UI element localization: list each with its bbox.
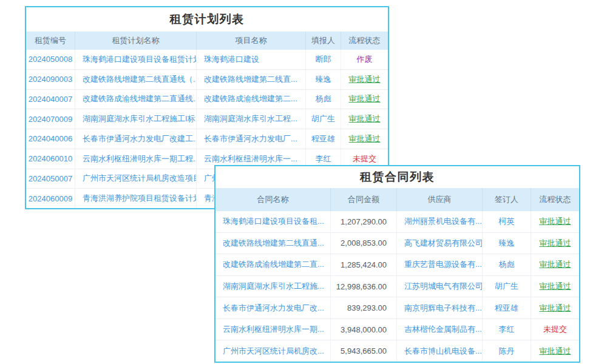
- lease-contract-list-panel: 租赁合同列表 合同名称合同金额供应商签订人流程状态 珠海鹤港口建设项目设备租..…: [214, 165, 580, 363]
- cell-status[interactable]: 审批通过: [341, 70, 388, 89]
- cell-status[interactable]: 审批通过: [531, 254, 579, 275]
- cell-project-name[interactable]: 湖南洞庭湖水库引水工程...: [197, 109, 306, 129]
- lease-contract-panel-title: 租赁合同列表: [215, 166, 579, 188]
- column-header-lease-id: 租赁编号: [26, 32, 75, 50]
- cell-project-name[interactable]: 长春市伊通河水力发电厂...: [197, 129, 306, 149]
- cell-plan-name[interactable]: 广州市天河区统计局机房改造项目: [75, 169, 197, 189]
- cell-lease-id[interactable]: 2024060009: [26, 189, 75, 208]
- table-row[interactable]: 2024040007改建铁路成渝线增建第二直通线...改建铁路成渝线增建第二..…: [26, 90, 388, 110]
- cell-lease-id[interactable]: 2024040006: [26, 129, 75, 149]
- column-header-status: 流程状态: [341, 32, 388, 50]
- lease-plan-table-header: 租赁编号租赁计划名称项目名称填报人流程状态: [26, 32, 388, 50]
- column-header-status: 流程状态: [531, 188, 579, 211]
- cell-amount: 1,207,290.00: [331, 211, 397, 232]
- cell-plan-name[interactable]: 长春市伊通河水力发电厂改建工...: [75, 129, 197, 149]
- column-header-contract-name: 合同名称: [215, 188, 331, 211]
- table-row[interactable]: 云南水利枢纽潜明水库一期...3,948,000.00吉林楷伦金属制品有...李…: [215, 319, 579, 341]
- cell-reporter[interactable]: 断郎: [306, 50, 341, 69]
- column-header-signer: 签订人: [483, 188, 531, 211]
- cell-reporter[interactable]: 杨彪: [306, 90, 341, 109]
- cell-project-name[interactable]: 珠海鹤港口建设: [197, 50, 306, 69]
- cell-status[interactable]: 审批通过: [531, 211, 579, 232]
- cell-reporter[interactable]: 胡广生: [306, 109, 341, 129]
- cell-contract-name[interactable]: 改建铁路成渝线增建第二直...: [215, 254, 331, 275]
- cell-plan-name[interactable]: 珠海鹤港口建设项目设备租赁计划: [75, 50, 197, 69]
- cell-lease-id[interactable]: 2024090003: [26, 70, 75, 89]
- table-row[interactable]: 珠海鹤港口建设项目设备租...1,207,290.00湖州丽景机电设备有...柯…: [215, 211, 579, 233]
- lease-contract-table-body: 珠海鹤港口建设项目设备租...1,207,290.00湖州丽景机电设备有...柯…: [215, 211, 579, 362]
- cell-reporter[interactable]: 程亚雄: [306, 129, 341, 149]
- cell-amount: 12,998,636.00: [331, 276, 397, 297]
- cell-status[interactable]: 审批通过: [531, 233, 579, 254]
- cell-signer[interactable]: 胡广生: [483, 276, 531, 297]
- cell-amount: 5,943,665.00: [331, 340, 397, 362]
- cell-signer[interactable]: 李红: [483, 319, 531, 340]
- cell-signer[interactable]: 陈丹: [483, 340, 531, 362]
- cell-contract-name[interactable]: 长春市伊通河水力发电厂改...: [215, 297, 331, 318]
- column-header-amount: 合同金额: [331, 188, 397, 211]
- table-row[interactable]: 2024040006长春市伊通河水力发电厂改建工...长春市伊通河水力发电厂..…: [26, 129, 388, 149]
- cell-signer[interactable]: 臻逸: [483, 233, 531, 254]
- cell-plan-name[interactable]: 湖南洞庭湖水库引水工程施工I标...: [75, 109, 197, 129]
- cell-lease-id[interactable]: 2024050007: [26, 169, 75, 189]
- column-header-project-name: 项目名称: [197, 32, 306, 50]
- cell-project-name[interactable]: 改建铁路线增建第二线直...: [197, 70, 306, 89]
- cell-amount: 3,948,000.00: [331, 319, 397, 340]
- cell-contract-name[interactable]: 广州市天河区统计局机房改...: [215, 340, 331, 362]
- cell-contract-name[interactable]: 改建铁路线增建第二线直通...: [215, 233, 331, 254]
- cell-amount: 839,293.00: [331, 297, 397, 318]
- cell-supplier[interactable]: 吉林楷伦金属制品有...: [397, 319, 483, 340]
- cell-project-name[interactable]: 改建铁路成渝线增建第二...: [197, 90, 306, 109]
- cell-amount: 2,008,853.00: [331, 233, 397, 254]
- table-row[interactable]: 2024090003改建铁路线增建第二线直通线（...改建铁路线增建第二线直..…: [26, 70, 388, 90]
- column-header-plan-name: 租赁计划名称: [75, 32, 197, 50]
- table-row[interactable]: 2024050008珠海鹤港口建设项目设备租赁计划珠海鹤港口建设断郎作废: [26, 50, 388, 70]
- cell-lease-id[interactable]: 2024070009: [26, 109, 75, 129]
- cell-lease-id[interactable]: 2024050008: [26, 50, 75, 69]
- cell-contract-name[interactable]: 云南水利枢纽潜明水库一期...: [215, 319, 331, 340]
- cell-amount: 1,285,424.00: [331, 254, 397, 275]
- cell-signer[interactable]: 柯英: [483, 211, 531, 232]
- column-header-supplier: 供应商: [397, 188, 483, 211]
- cell-supplier[interactable]: 高飞建材贸易有限公司: [397, 233, 483, 254]
- cell-supplier[interactable]: 南京明辉电子科技有...: [397, 297, 483, 318]
- cell-signer[interactable]: 杨彪: [483, 254, 531, 275]
- lease-plan-panel-title: 租赁计划列表: [26, 7, 388, 32]
- cell-status[interactable]: 审批通过: [531, 340, 579, 362]
- cell-plan-name[interactable]: 改建铁路成渝线增建第二直通线...: [75, 90, 197, 109]
- cell-status[interactable]: 审批通过: [531, 297, 579, 318]
- table-row[interactable]: 湖南洞庭湖水库引水工程施...12,998,636.00江苏明城电气有限公司胡广…: [215, 276, 579, 298]
- table-row[interactable]: 广州市天河区统计局机房改...5,943,665.00长春市博山机电设备...陈…: [215, 340, 579, 362]
- cell-status[interactable]: 审批通过: [531, 276, 579, 297]
- cell-contract-name[interactable]: 湖南洞庭湖水库引水工程施...: [215, 276, 331, 297]
- cell-signer[interactable]: 程亚雄: [483, 297, 531, 318]
- cell-supplier[interactable]: 湖州丽景机电设备有...: [397, 211, 483, 232]
- cell-plan-name[interactable]: 青海洪湖养护院项目租赁设备计划: [75, 189, 197, 208]
- cell-status[interactable]: 审批通过: [341, 90, 388, 109]
- cell-supplier[interactable]: 重庆艺普电源设备有...: [397, 254, 483, 275]
- cell-status[interactable]: 审批通过: [341, 129, 388, 149]
- table-row[interactable]: 改建铁路成渝线增建第二直...1,285,424.00重庆艺普电源设备有...杨…: [215, 254, 579, 276]
- cell-plan-name[interactable]: 云南水利枢纽潜明水库一期工程...: [75, 149, 197, 169]
- cell-contract-name[interactable]: 珠海鹤港口建设项目设备租...: [215, 211, 331, 232]
- cell-status[interactable]: 审批通过: [341, 109, 388, 129]
- cell-supplier[interactable]: 长春市博山机电设备...: [397, 340, 483, 362]
- cell-status[interactable]: 未提交: [531, 319, 579, 340]
- table-row[interactable]: 改建铁路线增建第二线直通...2,008,853.00高飞建材贸易有限公司臻逸审…: [215, 233, 579, 255]
- cell-supplier[interactable]: 江苏明城电气有限公司: [397, 276, 483, 297]
- cell-plan-name[interactable]: 改建铁路线增建第二线直通线（...: [75, 70, 197, 89]
- cell-reporter[interactable]: 臻逸: [306, 70, 341, 89]
- cell-status[interactable]: 作废: [341, 50, 388, 69]
- table-row[interactable]: 2024070009湖南洞庭湖水库引水工程施工I标...湖南洞庭湖水库引水工程.…: [26, 109, 388, 129]
- lease-contract-table-header: 合同名称合同金额供应商签订人流程状态: [215, 188, 579, 211]
- column-header-reporter: 填报人: [306, 32, 341, 50]
- cell-lease-id[interactable]: 2024060010: [26, 149, 75, 169]
- cell-lease-id[interactable]: 2024040007: [26, 90, 75, 109]
- table-row[interactable]: 长春市伊通河水力发电厂改...839,293.00南京明辉电子科技有...程亚雄…: [215, 297, 579, 319]
